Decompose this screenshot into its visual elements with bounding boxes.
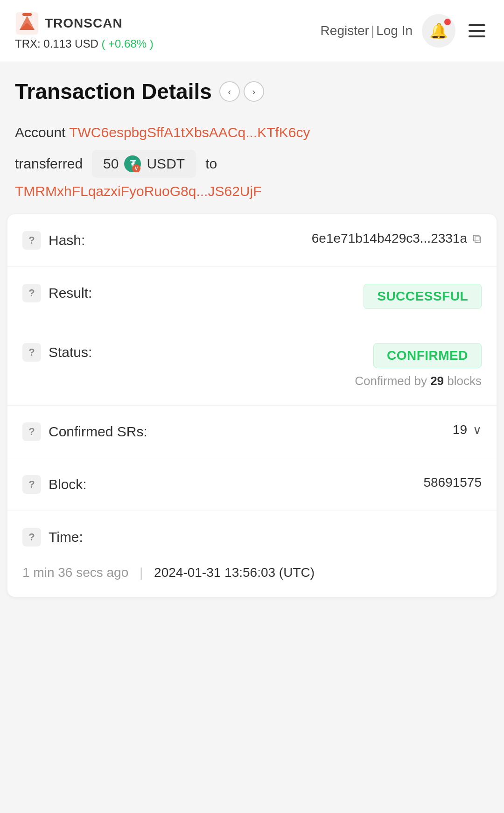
confirmed-srs-row: ? Confirmed SRs: 19 ∨: [7, 406, 497, 458]
block-value-group: 58691575: [423, 475, 482, 490]
header-links: Register | Log In: [321, 23, 413, 38]
time-ago: 1 min 36 secs ago: [22, 565, 128, 580]
confirmed-srs-value-group: 19 ∨: [453, 422, 482, 437]
block-label-group: ? Block:: [22, 475, 116, 494]
trx-price: TRX: 0.113 USD ( +0.68% ): [15, 37, 154, 50]
back-arrow-button[interactable]: ‹: [219, 81, 240, 102]
page-title-area: Transaction Details ‹ ›: [0, 62, 504, 113]
account-prefix: Account: [15, 125, 65, 140]
notification-dot: [444, 19, 451, 25]
transfer-line: transferred 50 ₮ V USDT to: [15, 150, 489, 178]
hash-question-badge[interactable]: ?: [22, 231, 41, 250]
transfer-summary: Account TWC6espbgSffA1tXbsAACq...KTfK6cy…: [0, 113, 504, 214]
confirmed-by-text: Confirmed by 29 blocks: [355, 374, 482, 388]
confirmed-srs-label-text: Confirmed SRs:: [49, 424, 147, 440]
hash-label-text: Hash:: [49, 232, 85, 248]
token-label: USDT: [147, 156, 185, 172]
confirmed-by-blocks: 29: [430, 374, 444, 388]
logo-row: TRONSCAN: [15, 11, 154, 35]
forward-arrow-button[interactable]: ›: [244, 81, 264, 102]
usdt-token-icon: ₮ V: [124, 155, 141, 172]
page-title-text: Transaction Details: [15, 79, 212, 104]
notification-bell-button[interactable]: 🔔: [422, 14, 455, 48]
confirmed-srs-value: 19: [453, 422, 467, 437]
status-label-text: Status:: [49, 344, 92, 360]
page-title-row: Transaction Details ‹ ›: [15, 79, 489, 104]
confirmed-by-prefix: Confirmed by: [355, 374, 430, 388]
block-label-text: Block:: [49, 477, 87, 492]
block-question-badge[interactable]: ?: [22, 475, 41, 494]
status-question-icon: ?: [28, 346, 35, 358]
result-question-icon: ?: [28, 287, 35, 299]
result-row: ? Result: SUCCESSFUL: [7, 267, 497, 326]
hash-label-group: ? Hash:: [22, 231, 116, 250]
header: TRONSCAN TRX: 0.113 USD ( +0.68% ) Regis…: [0, 0, 504, 62]
hash-value: 6e1e71b14b429c3...2331a: [312, 231, 467, 246]
time-question-badge[interactable]: ?: [22, 528, 41, 547]
time-row: ? Time: 1 min 36 secs ago | 2024-01-31 1…: [7, 511, 497, 597]
successful-badge: SUCCESSFUL: [364, 284, 482, 309]
copy-hash-button[interactable]: ⧉: [473, 231, 482, 246]
block-row: ? Block: 58691575: [7, 458, 497, 511]
status-group: CONFIRMED Confirmed by 29 blocks: [355, 343, 482, 388]
svg-text:V: V: [135, 166, 138, 171]
to-label: to: [205, 156, 217, 172]
amount-badge: 50 ₮ V USDT: [92, 150, 196, 178]
link-separator: |: [371, 23, 374, 38]
tronscan-logo-icon: [15, 11, 39, 35]
menu-line-3: [469, 35, 485, 37]
chevron-down-icon[interactable]: ∨: [473, 423, 482, 437]
confirmed-srs-question-badge[interactable]: ?: [22, 422, 41, 441]
register-link[interactable]: Register: [321, 23, 369, 38]
time-label-text: Time:: [49, 529, 83, 545]
menu-line-2: [469, 30, 485, 32]
confirmed-srs-question-icon: ?: [28, 426, 35, 438]
time-label-group: ? Time:: [22, 528, 83, 547]
copy-icon: ⧉: [473, 231, 482, 245]
hamburger-menu-button[interactable]: [465, 21, 489, 41]
confirmed-badge: CONFIRMED: [373, 343, 482, 368]
result-value-group: SUCCESSFUL: [364, 284, 482, 309]
result-label-group: ? Result:: [22, 284, 116, 302]
time-separator: |: [140, 565, 143, 580]
trx-price-value: 0.113 USD: [43, 37, 98, 50]
amount-value: 50: [103, 156, 119, 172]
recipient-address-link[interactable]: TMRMxhFLqazxiFyoRuoG8q...JS62UjF: [15, 183, 489, 199]
account-address-link[interactable]: TWC6espbgSffA1tXbsAACq...KTfK6cy: [69, 125, 310, 140]
result-label-text: Result:: [49, 285, 92, 301]
status-value-group: CONFIRMED Confirmed by 29 blocks: [355, 343, 482, 388]
block-value: 58691575: [423, 475, 482, 490]
question-icon: ?: [28, 234, 35, 246]
transferred-label: transferred: [15, 156, 83, 172]
nav-arrows: ‹ ›: [219, 81, 264, 102]
back-arrow-icon: ‹: [228, 86, 231, 97]
result-question-badge[interactable]: ?: [22, 284, 41, 302]
login-link[interactable]: Log In: [376, 23, 413, 38]
trx-change: ( +0.68% ): [101, 37, 153, 50]
header-right: Register | Log In 🔔: [321, 14, 489, 48]
logo-text: TRONSCAN: [45, 16, 123, 31]
status-label-group: ? Status:: [22, 343, 116, 362]
menu-line-1: [469, 24, 485, 26]
block-question-icon: ?: [28, 478, 35, 491]
time-value-group: 1 min 36 secs ago | 2024-01-31 13:56:03 …: [22, 565, 315, 580]
account-line: Account TWC6espbgSffA1tXbsAACq...KTfK6cy: [15, 125, 489, 140]
confirmed-by-suffix: blocks: [447, 374, 482, 388]
details-card: ? Hash: 6e1e71b14b429c3...2331a ⧉ ? Resu…: [7, 214, 497, 597]
status-row: ? Status: CONFIRMED Confirmed by 29 bloc…: [7, 326, 497, 406]
forward-arrow-icon: ›: [252, 86, 255, 97]
logo-area: TRONSCAN TRX: 0.113 USD ( +0.68% ): [15, 11, 154, 50]
time-utc: 2024-01-31 13:56:03 (UTC): [154, 565, 315, 580]
status-question-badge[interactable]: ?: [22, 343, 41, 362]
hash-row: ? Hash: 6e1e71b14b429c3...2331a ⧉: [7, 214, 497, 267]
confirmed-srs-label-group: ? Confirmed SRs:: [22, 422, 147, 441]
trx-label: TRX:: [15, 37, 41, 50]
hash-value-group: 6e1e71b14b429c3...2331a ⧉: [312, 231, 482, 246]
svg-rect-3: [22, 13, 32, 16]
time-question-icon: ?: [28, 531, 35, 543]
